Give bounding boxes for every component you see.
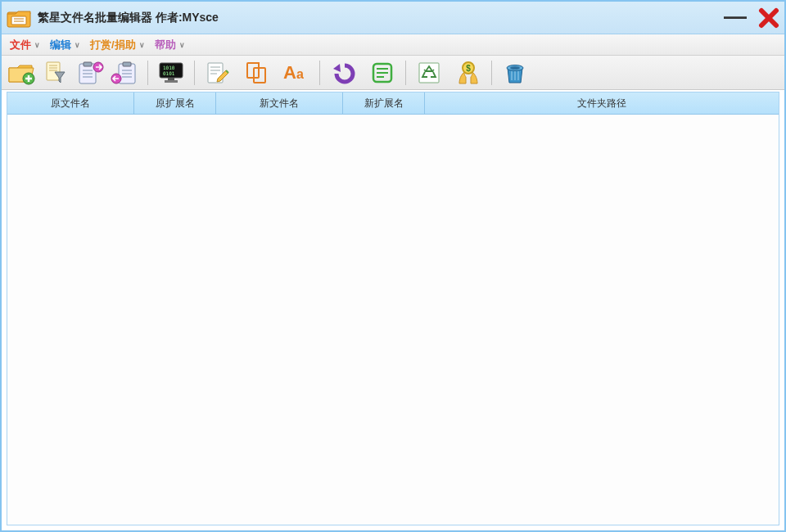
minimize-button[interactable]: — — [724, 12, 747, 24]
app-window: 繁星文件名批量编辑器 作者:MYsce — 文件 ∨ 编辑 ∨ 打赏/捐助 ∨ … — [0, 0, 786, 532]
window-controls: — — [724, 7, 779, 29]
table-body[interactable] — [7, 115, 779, 525]
menu-file-label: 文件 — [10, 38, 31, 52]
column-new-name[interactable]: 新文件名 — [216, 92, 343, 115]
rename-button[interactable] — [201, 58, 234, 88]
column-label: 原文件名 — [51, 97, 90, 110]
column-label: 原扩展名 — [156, 97, 195, 110]
case-button[interactable]: A a — [280, 58, 313, 88]
column-label: 新扩展名 — [364, 97, 404, 110]
trash-icon — [502, 61, 528, 85]
column-label: 新文件名 — [260, 97, 299, 110]
clipboard-import-icon — [111, 61, 138, 85]
svg-rect-28 — [168, 78, 174, 80]
toolbar-separator — [319, 61, 320, 85]
toolbar-separator — [147, 61, 148, 85]
toolbar-separator — [194, 61, 195, 85]
menu-help-label: 帮助 — [155, 38, 176, 52]
menu-file[interactable]: 文件 ∨ — [7, 36, 43, 54]
menu-donate-label: 打赏/捐助 — [90, 38, 136, 52]
svg-rect-9 — [47, 62, 60, 80]
table-header: 原文件名 原扩展名 新文件名 新扩展名 文件夹路径 — [7, 92, 779, 115]
chevron-down-icon: ∨ — [179, 41, 185, 49]
column-original-ext[interactable]: 原扩展名 — [134, 92, 216, 115]
binary-button[interactable]: 1010 0101 — [155, 58, 187, 88]
app-icon — [7, 8, 31, 28]
file-table: 原文件名 原扩展名 新文件名 新扩展名 文件夹路径 — [7, 92, 779, 525]
svg-rect-1 — [11, 16, 26, 25]
svg-rect-29 — [165, 80, 178, 83]
svg-rect-20 — [123, 62, 131, 66]
menu-help[interactable]: 帮助 ∨ — [151, 36, 188, 54]
donate-icon: $ — [454, 61, 482, 85]
column-new-ext[interactable]: 新扩展名 — [343, 92, 425, 115]
menu-edit-label: 编辑 — [50, 38, 71, 52]
toolbar-separator — [491, 61, 492, 85]
recycle-icon — [416, 61, 442, 85]
svg-point-46 — [510, 66, 520, 70]
svg-text:A: A — [283, 62, 296, 83]
trash-button[interactable] — [499, 58, 531, 88]
filter-button[interactable] — [39, 58, 72, 88]
undo-button[interactable] — [327, 58, 359, 88]
filter-icon — [43, 61, 68, 85]
copy-icon — [244, 61, 270, 85]
window-title: 繁星文件名批量编辑器 作者:MYsce — [38, 11, 724, 25]
clipboard-import-button[interactable] — [108, 58, 141, 88]
column-label: 文件夹路径 — [577, 97, 626, 110]
column-folder-path[interactable]: 文件夹路径 — [425, 92, 779, 115]
svg-text:a: a — [296, 67, 304, 81]
svg-text:1010: 1010 — [163, 65, 175, 70]
undo-icon — [330, 61, 356, 85]
svg-text:$: $ — [466, 64, 471, 73]
apply-button[interactable] — [366, 58, 399, 88]
title-bar: 繁星文件名批量编辑器 作者:MYsce — — [2, 2, 784, 34]
copy-button[interactable] — [241, 58, 273, 88]
apply-icon — [369, 61, 395, 85]
case-icon: A a — [282, 61, 311, 85]
chevron-down-icon: ∨ — [34, 41, 40, 49]
svg-text:0101: 0101 — [163, 70, 175, 76]
add-files-button[interactable] — [5, 58, 38, 88]
menu-bar: 文件 ∨ 编辑 ∨ 打赏/捐助 ∨ 帮助 ∨ — [2, 34, 784, 56]
donate-button[interactable]: $ — [452, 58, 485, 88]
svg-rect-14 — [84, 62, 92, 66]
chevron-down-icon: ∨ — [75, 41, 80, 49]
binary-screen-icon: 1010 0101 — [156, 61, 186, 85]
document-edit-icon — [205, 61, 231, 85]
clipboard-export-button[interactable] — [74, 58, 106, 88]
recycle-button[interactable] — [413, 58, 445, 88]
clipboard-export-icon — [76, 61, 104, 85]
menu-donate[interactable]: 打赏/捐助 ∨ — [87, 36, 148, 54]
column-original-name[interactable]: 原文件名 — [7, 92, 134, 115]
toolbar-separator — [405, 61, 406, 85]
menu-edit[interactable]: 编辑 ∨ — [47, 36, 84, 54]
chevron-down-icon: ∨ — [139, 41, 145, 49]
close-button[interactable] — [758, 7, 779, 29]
folder-add-icon — [7, 61, 35, 85]
toolbar-group-1 — [5, 58, 141, 88]
toolbar: 1010 0101 — [2, 56, 784, 90]
